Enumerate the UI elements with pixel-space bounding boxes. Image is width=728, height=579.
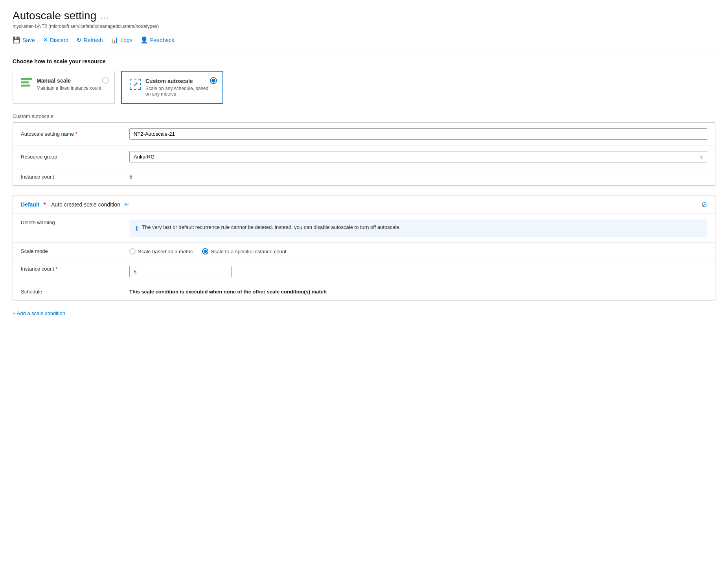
logs-button[interactable]: 📊 Logs bbox=[110, 35, 138, 45]
name-required-star: * bbox=[75, 131, 77, 137]
scale-specific-label: Scale to a specific instance count bbox=[211, 249, 286, 254]
custom-autoscale-content: Custom autoscale Scale on any schedule, … bbox=[145, 78, 215, 97]
page-title: Autoscale setting ... bbox=[13, 9, 715, 22]
custom-autoscale-desc: Scale on any schedule, based on any metr… bbox=[145, 86, 215, 97]
scale-mode-label: Scale mode bbox=[21, 248, 123, 254]
default-label: Default bbox=[21, 201, 39, 208]
delete-warning-label: Delete warning bbox=[21, 219, 123, 225]
custom-autoscale-section-label: Custom autoscale bbox=[13, 113, 715, 119]
discard-button[interactable]: ✕ Discard bbox=[43, 35, 75, 45]
scale-mode-options: Scale based on a metric Scale to a speci… bbox=[129, 248, 707, 254]
section-heading: Choose how to scale your resource bbox=[13, 58, 715, 65]
manual-scale-radio[interactable] bbox=[102, 77, 109, 84]
instance-count-row: Instance count 5 bbox=[13, 168, 715, 185]
scale-specific-option[interactable]: Scale to a specific instance count bbox=[202, 248, 286, 254]
schedule-value: This scale condition is executed when no… bbox=[129, 289, 707, 295]
add-condition-link[interactable]: + Add a scale condition bbox=[13, 310, 65, 316]
edit-icon[interactable]: ✏ bbox=[124, 201, 129, 208]
custom-autoscale-radio[interactable] bbox=[210, 77, 217, 84]
scale-metric-option[interactable]: Scale based on a metric bbox=[129, 248, 193, 254]
manual-scale-content: Manual scale Maintain a fixed instance c… bbox=[37, 77, 101, 91]
autoscale-name-value[interactable] bbox=[129, 128, 707, 140]
save-icon: 💾 bbox=[13, 36, 20, 44]
refresh-icon: ↻ bbox=[76, 36, 81, 44]
instance-count-required-star: * bbox=[55, 266, 57, 272]
toolbar: 💾 Save ✕ Discard ↻ Refresh 📊 Logs 👤 Feed… bbox=[13, 35, 715, 50]
scale-metric-label: Scale based on a metric bbox=[138, 249, 193, 254]
instance-count-value: 5 bbox=[129, 174, 707, 180]
condition-instance-count-value[interactable] bbox=[129, 266, 707, 277]
delete-icon[interactable]: ⊘ bbox=[701, 200, 707, 209]
manual-scale-desc: Maintain a fixed instance count bbox=[37, 85, 101, 91]
schedule-label: Schedule bbox=[21, 289, 123, 295]
resource-group-label: Resource group bbox=[21, 154, 123, 160]
manual-scale-title: Manual scale bbox=[37, 77, 101, 84]
logs-icon: 📊 bbox=[110, 36, 118, 44]
condition-instance-count-label: Instance count * bbox=[21, 266, 123, 272]
discard-icon: ✕ bbox=[43, 36, 48, 44]
condition-instance-count-row: Instance count * bbox=[13, 260, 715, 283]
delete-warning-value: ℹ The very last or default recurrence ru… bbox=[129, 219, 707, 237]
feedback-icon: 👤 bbox=[140, 36, 148, 44]
scale-metric-radio[interactable] bbox=[129, 248, 136, 254]
feedback-button[interactable]: 👤 Feedback bbox=[140, 35, 180, 45]
custom-autoscale-icon bbox=[130, 79, 141, 90]
autoscale-settings-box: Autoscale setting name * Resource group … bbox=[13, 122, 715, 186]
custom-autoscale-title: Custom autoscale bbox=[145, 78, 215, 84]
condition-header: Default * Auto created scale condition ✏… bbox=[13, 195, 715, 214]
condition-rows: Delete warning ℹ The very last or defaul… bbox=[13, 214, 715, 300]
autoscale-name-row: Autoscale setting name * bbox=[13, 123, 715, 146]
resource-group-select[interactable]: AnkurRG bbox=[129, 151, 707, 162]
scale-cards: Manual scale Maintain a fixed instance c… bbox=[13, 71, 715, 104]
autoscale-name-label: Autoscale setting name * bbox=[21, 131, 123, 137]
info-icon: ℹ bbox=[136, 225, 138, 232]
condition-instance-count-input[interactable] bbox=[129, 266, 232, 277]
instance-count-label: Instance count bbox=[21, 174, 123, 180]
resource-group-row: Resource group AnkurRG ∨ bbox=[13, 146, 715, 168]
breadcrumb: mycluster-1/NT2 (microsoft.servicefabric… bbox=[13, 24, 715, 29]
schedule-row: Schedule This scale condition is execute… bbox=[13, 283, 715, 300]
manual-scale-card[interactable]: Manual scale Maintain a fixed instance c… bbox=[13, 71, 115, 104]
delete-warning-text: The very last or default recurrence rule… bbox=[142, 224, 401, 230]
manual-scale-icon bbox=[21, 78, 32, 87]
add-condition-label: + Add a scale condition bbox=[13, 310, 65, 316]
more-options-icon: ... bbox=[100, 11, 109, 20]
autoscale-name-input[interactable] bbox=[129, 128, 707, 140]
condition-box: Default * Auto created scale condition ✏… bbox=[13, 195, 715, 301]
scale-specific-radio[interactable] bbox=[202, 248, 208, 254]
condition-title: Auto created scale condition bbox=[51, 201, 120, 208]
scale-mode-row: Scale mode Scale based on a metric Scale… bbox=[13, 243, 715, 260]
save-button[interactable]: 💾 Save bbox=[13, 35, 41, 45]
delete-warning-row: Delete warning ℹ The very last or defaul… bbox=[13, 214, 715, 243]
custom-autoscale-card[interactable]: Custom autoscale Scale on any schedule, … bbox=[121, 71, 223, 104]
refresh-button[interactable]: ↻ Refresh bbox=[76, 35, 109, 45]
resource-group-value[interactable]: AnkurRG ∨ bbox=[129, 151, 707, 162]
condition-required-star: * bbox=[43, 201, 45, 208]
